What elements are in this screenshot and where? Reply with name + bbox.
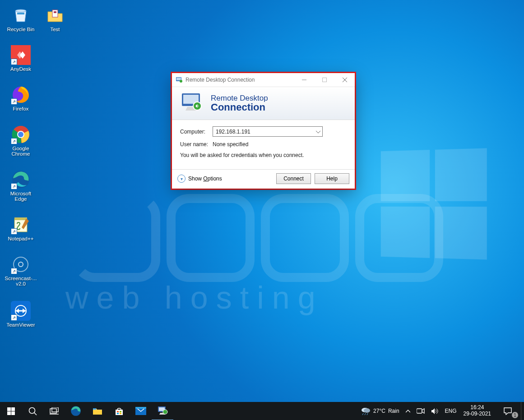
svg-rect-31 <box>50 409 56 413</box>
desktop-icon-recycle-bin[interactable]: Recycle Bin <box>5 5 37 32</box>
computer-label: Computer: <box>180 129 213 135</box>
desktop[interactable]: web hosting Recycle Bin Test ↗ AnyDesk ↗… <box>0 0 524 420</box>
desktop-icon-screencast[interactable]: ↗ Screencast-... v2.0 <box>5 254 37 286</box>
desktop-icon-notepadpp[interactable]: ↗ Notepad++ <box>5 215 37 241</box>
icon-label: Screencast-... v2.0 <box>5 276 37 286</box>
svg-line-48 <box>362 413 363 415</box>
rdp-banner: Remote Desktop Connection <box>172 87 355 120</box>
svg-rect-35 <box>93 410 102 415</box>
weather-widget[interactable]: 27°C Rain <box>357 402 403 420</box>
taskbar-edge[interactable] <box>65 402 87 420</box>
credentials-note: You will be asked for credentials when y… <box>180 152 347 158</box>
weather-cond: Rain <box>388 408 399 414</box>
system-tray: 27°C Rain ENG 16:24 29-09-2021 1 <box>357 402 524 420</box>
svg-rect-25 <box>7 407 11 411</box>
svg-rect-32 <box>52 407 58 412</box>
minimize-button[interactable] <box>294 73 314 87</box>
connect-button[interactable]: Connect <box>276 173 311 184</box>
watermark-text: web hosting <box>65 280 324 316</box>
tray-language[interactable]: ENG <box>442 402 460 420</box>
icon-label: Google Chrome <box>12 146 30 157</box>
task-view-button[interactable] <box>43 402 65 420</box>
tray-meet-now-icon[interactable] <box>413 402 428 420</box>
svg-point-45 <box>163 410 167 414</box>
icon-label: Test <box>50 27 60 32</box>
svg-rect-9 <box>14 217 27 220</box>
remote-desktop-window[interactable]: Remote Desktop Connection Remote Desktop… <box>172 73 355 189</box>
icon-label: Recycle Bin <box>7 27 35 32</box>
username-label: User name: <box>180 141 213 148</box>
icon-label: AnyDesk <box>10 66 31 72</box>
desktop-icon-anydesk[interactable]: ↗ AnyDesk <box>5 45 37 72</box>
rdp-title: Remote Desktop Connection <box>185 77 255 83</box>
rdp-titlebar[interactable]: Remote Desktop Connection <box>172 73 355 87</box>
svg-rect-14 <box>19 310 23 312</box>
rdp-app-icon <box>176 76 183 83</box>
rdp-banner-title2: Connection <box>211 102 268 112</box>
desktop-icon-test-folder[interactable]: Test <box>42 5 69 32</box>
rdp-banner-title1: Remote Desktop <box>211 94 268 102</box>
svg-rect-28 <box>11 411 15 415</box>
svg-point-47 <box>364 408 370 413</box>
desktop-icon-firefox[interactable]: ↗ Firefox <box>5 85 37 111</box>
close-button[interactable] <box>334 73 355 87</box>
tray-notifications[interactable]: 1 <box>495 402 521 420</box>
svg-rect-2 <box>54 11 56 13</box>
maximize-button[interactable] <box>314 73 334 87</box>
svg-rect-39 <box>117 413 119 414</box>
help-button[interactable]: Help <box>315 173 349 184</box>
svg-rect-40 <box>120 413 121 414</box>
show-desktop-button[interactable] <box>521 402 524 420</box>
svg-point-29 <box>29 407 35 413</box>
chevron-down-icon: ▾ <box>177 175 185 183</box>
username-value: None specified <box>213 141 248 148</box>
show-options-label: Show Options <box>188 175 222 182</box>
desktop-icon-teamviewer[interactable]: ↗ TeamViewer <box>5 301 37 328</box>
start-button[interactable] <box>0 402 22 420</box>
tray-date: 29-09-2021 <box>464 411 491 417</box>
taskbar-store[interactable] <box>108 402 130 420</box>
tray-volume-icon[interactable] <box>428 402 442 420</box>
svg-rect-1 <box>52 10 58 17</box>
svg-rect-51 <box>417 409 422 413</box>
svg-rect-19 <box>322 78 326 82</box>
svg-line-30 <box>34 413 37 415</box>
svg-point-11 <box>19 262 23 267</box>
tray-clock[interactable]: 16:24 29-09-2021 <box>460 402 495 420</box>
weather-temp: 27°C <box>373 408 385 414</box>
taskbar[interactable]: 27°C Rain ENG 16:24 29-09-2021 1 <box>0 402 524 420</box>
icon-label: Microsoft Edge <box>10 191 32 202</box>
tray-time: 16:24 <box>470 405 484 411</box>
desktop-icon-chrome[interactable]: ↗ Google Chrome <box>5 125 37 157</box>
tray-overflow[interactable] <box>403 402 413 420</box>
svg-line-49 <box>365 413 366 415</box>
icon-label: Notepad++ <box>8 236 34 241</box>
svg-rect-38 <box>120 411 121 412</box>
computer-value: 192.168.1.191 <box>216 129 250 135</box>
rdp-highlight-frame: Remote Desktop Connection Remote Desktop… <box>171 72 356 190</box>
svg-point-17 <box>180 80 182 83</box>
svg-rect-37 <box>117 411 119 412</box>
svg-rect-26 <box>11 407 15 411</box>
computer-combobox[interactable]: 192.168.1.191 <box>213 126 323 137</box>
svg-line-50 <box>367 413 368 415</box>
taskbar-rdp[interactable] <box>152 402 173 420</box>
watermark-accu-icon <box>72 194 443 282</box>
svg-rect-16 <box>176 78 181 80</box>
svg-rect-27 <box>7 411 11 415</box>
svg-rect-42 <box>135 407 146 409</box>
svg-rect-36 <box>93 408 96 410</box>
icon-label: TeamViewer <box>6 322 35 328</box>
chevron-down-icon <box>316 129 320 135</box>
show-options-toggle[interactable]: ▾ Show Options <box>177 175 222 183</box>
svg-point-0 <box>15 9 26 12</box>
taskbar-mail[interactable] <box>130 402 152 420</box>
notif-badge: 1 <box>512 412 518 418</box>
rdp-banner-icon <box>179 92 204 115</box>
svg-point-6 <box>18 132 23 137</box>
desktop-icon-edge[interactable]: ↗ Microsoft Edge <box>5 170 37 202</box>
search-button[interactable] <box>22 402 43 420</box>
taskbar-file-explorer[interactable] <box>87 402 108 420</box>
icon-label: Firefox <box>13 106 28 111</box>
